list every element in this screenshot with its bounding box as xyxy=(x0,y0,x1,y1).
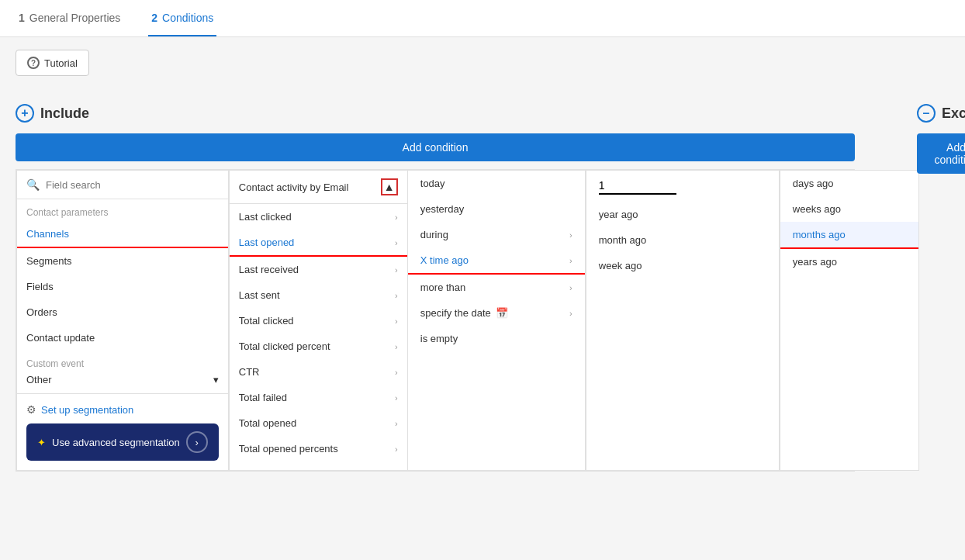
time-more-than[interactable]: more than › xyxy=(408,275,585,300)
include-header: + Include xyxy=(16,104,855,123)
setup-segmentation-link[interactable]: ⚙ Set up segmentation xyxy=(26,403,219,416)
chevron-right-icon: › xyxy=(395,238,398,247)
unit-week-ago[interactable]: week ago xyxy=(586,253,779,278)
chevron-right-icon: › xyxy=(395,444,398,454)
include-icon: + xyxy=(16,104,34,123)
toolbar: ? Tutorial xyxy=(0,37,965,88)
search-box: 🔍 xyxy=(17,171,228,199)
contact-item-last-clicked[interactable]: Last clicked › xyxy=(230,204,407,230)
exclude-icon: – xyxy=(917,104,936,123)
arrow-circle-icon: › xyxy=(186,431,208,453)
chevron-right-icon: › xyxy=(569,230,572,240)
custom-event-select[interactable]: Other ▾ xyxy=(26,374,219,385)
time-options-panel: today yesterday during › X time ago › mo… xyxy=(407,170,586,471)
chevron-right-icon: › xyxy=(395,393,398,403)
chevron-down-icon: ▾ xyxy=(213,374,219,385)
tab-conditions-label: Conditions xyxy=(162,12,213,24)
contact-item-ctr[interactable]: CTR › xyxy=(230,359,407,385)
contact-item-last-opened[interactable]: Last opened › xyxy=(230,230,407,257)
contact-item-total-failed[interactable]: Total failed › xyxy=(230,385,407,410)
unit-weeks-ago[interactable]: weeks ago xyxy=(780,196,918,222)
advanced-btn-label: Use advanced segmentation xyxy=(52,437,180,448)
unit-years-ago[interactable]: years ago xyxy=(780,249,918,275)
chevron-right-icon: › xyxy=(395,265,398,275)
tutorial-button[interactable]: ? Tutorial xyxy=(16,50,89,76)
tab-conditions-number: 2 xyxy=(151,12,157,24)
contact-item-total-clicked-percent[interactable]: Total clicked percent › xyxy=(230,334,407,359)
setup-link-label: Set up segmentation xyxy=(41,404,133,416)
time-yesterday[interactable]: yesterday xyxy=(408,196,585,222)
unit-month-ago[interactable]: month ago xyxy=(586,227,779,253)
tab-general-number: 1 xyxy=(19,12,25,24)
collapse-icon[interactable]: ▲ xyxy=(381,178,398,195)
chevron-right-icon: › xyxy=(569,309,572,318)
star-icon: ✦ xyxy=(37,437,46,448)
search-input[interactable] xyxy=(46,179,219,191)
top-tabs: 1 General Properties 2 Conditions xyxy=(0,0,965,37)
custom-event-label: Custom event xyxy=(26,358,219,369)
time-during[interactable]: during › xyxy=(408,222,585,247)
exclude-add-condition-button[interactable]: Add condition xyxy=(917,133,965,174)
sidebar-item-orders[interactable]: Orders xyxy=(17,299,228,325)
sidebar-item-channels[interactable]: Channels xyxy=(17,221,228,248)
time-today[interactable]: today xyxy=(408,171,585,196)
contact-item-total-opened[interactable]: Total opened › xyxy=(230,410,407,436)
contact-item-total-clicked[interactable]: Total clicked › xyxy=(230,308,407,334)
time-is-empty[interactable]: is empty xyxy=(408,326,585,351)
calendar-icon: 📅 xyxy=(496,307,508,319)
time-specify-date[interactable]: specify the date 📅 › xyxy=(408,300,585,326)
include-label: Include xyxy=(40,105,89,122)
sidebar-panel: 🔍 Contact parameters Channels Segments F… xyxy=(16,170,229,471)
contact-activity-items: Last clicked › Last opened › Last receiv… xyxy=(230,204,407,461)
main-content: + Include Add condition 🔍 Contact parame… xyxy=(0,88,965,487)
contact-update-label: Contact update xyxy=(26,332,95,344)
chevron-right-icon: › xyxy=(395,342,398,351)
custom-event-section: Custom event Other ▾ xyxy=(17,351,228,393)
contact-params-label: Contact parameters xyxy=(17,199,228,221)
advanced-segmentation-button[interactable]: ✦ Use advanced segmentation › xyxy=(26,423,219,461)
chevron-right-icon: › xyxy=(395,291,398,300)
chevron-right-icon: › xyxy=(569,256,572,265)
chevron-right-icon: › xyxy=(395,419,398,428)
custom-event-value: Other xyxy=(26,374,52,385)
search-icon: 🔍 xyxy=(26,178,40,191)
exclude-label: Exclude xyxy=(942,105,965,122)
value-panel: year ago month ago week ago xyxy=(586,170,780,471)
bottom-section: ⚙ Set up segmentation ✦ Use advanced seg… xyxy=(17,393,228,470)
chevron-right-icon: › xyxy=(395,316,398,326)
exclude-header: – Exclude xyxy=(917,104,965,123)
contact-item-total-opened-percents[interactable]: Total opened percents › xyxy=(230,436,407,461)
contact-item-last-received[interactable]: Last received › xyxy=(230,257,407,282)
sidebar-item-fields[interactable]: Fields xyxy=(17,274,228,299)
sidebar-items: Contact parameters Channels Segments Fie… xyxy=(17,199,228,351)
time-x-time-ago[interactable]: X time ago › xyxy=(408,247,585,275)
exclude-section: – Exclude Add condition xyxy=(917,104,965,472)
chevron-right-icon: › xyxy=(569,283,572,292)
tutorial-label: Tutorial xyxy=(44,57,78,69)
value-input[interactable] xyxy=(599,178,676,195)
tab-general-label: General Properties xyxy=(29,12,121,24)
help-icon: ? xyxy=(27,57,40,69)
include-add-condition-button[interactable]: Add condition xyxy=(16,133,855,161)
gear-icon: ⚙ xyxy=(26,403,36,416)
fields-label: Fields xyxy=(26,281,54,292)
tab-general[interactable]: 1 General Properties xyxy=(16,0,123,36)
segments-label: Segments xyxy=(26,255,72,267)
chevron-right-icon: › xyxy=(395,213,398,222)
tab-conditions[interactable]: 2 Conditions xyxy=(148,0,216,36)
include-dropdown: 🔍 Contact parameters Channels Segments F… xyxy=(16,169,855,472)
unit-days-ago[interactable]: days ago xyxy=(780,171,918,196)
value-row xyxy=(586,171,779,202)
contact-activity-panel: Contact activity by Email ▲ Last clicked… xyxy=(229,170,407,471)
contact-item-last-sent[interactable]: Last sent › xyxy=(230,282,407,308)
unit-year-ago[interactable]: year ago xyxy=(586,202,779,227)
sidebar-item-contact-update[interactable]: Contact update xyxy=(17,325,228,351)
channels-label: Channels xyxy=(26,228,69,240)
time-unit-panel: days ago weeks ago months ago years ago xyxy=(780,170,919,471)
sidebar-item-segments[interactable]: Segments xyxy=(17,248,228,274)
orders-label: Orders xyxy=(26,306,57,318)
contact-activity-header: Contact activity by Email ▲ xyxy=(230,171,407,204)
chevron-right-icon: › xyxy=(395,368,398,377)
unit-months-ago[interactable]: months ago xyxy=(780,222,918,249)
contact-activity-title: Contact activity by Email xyxy=(239,181,349,193)
